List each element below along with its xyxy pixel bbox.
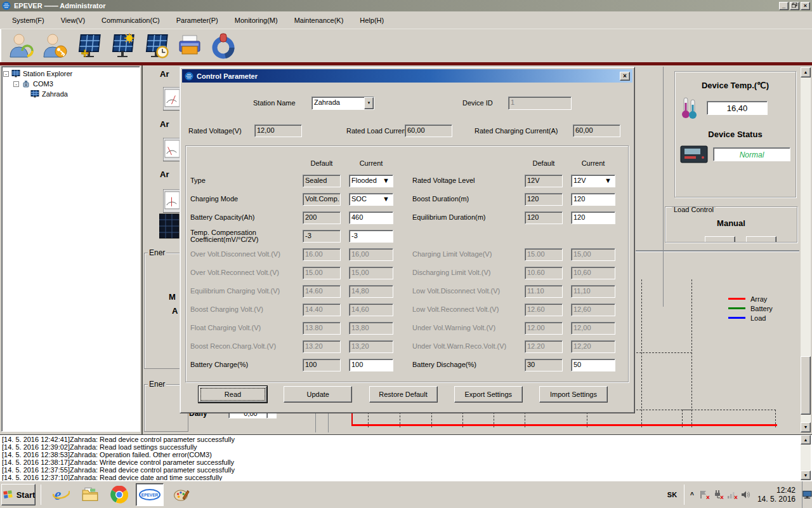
param-row: Battery Capacity(Ah) 200 460 [190,208,401,227]
chevron-down-icon[interactable]: ▼ [364,97,374,109]
main-scrollbar[interactable]: ▲ ▼ [801,67,811,432]
import-settings-button[interactable]: Import Settings [539,386,608,403]
chevron-down-icon[interactable]: ▼ [383,176,392,186]
params-right-column: Default Current Rated Voltage Level 12V … [412,155,623,374]
user-key-icon[interactable] [41,32,69,59]
panel-edge [315,412,316,432]
show-desktop-button[interactable] [802,481,812,508]
collapse-icon[interactable]: - [13,81,19,87]
export-settings-button[interactable]: Export Settings [454,386,523,403]
param-default-value: 13.80 [303,322,341,335]
log-line: [14. 5. 2016 12:38:17]Zahrada: Write dev… [2,458,810,466]
hidden-icons-chevron-icon[interactable]: ^ [690,491,694,498]
params-left-column: Default Current Type Sealed Flooded ▼ Ch… [190,155,401,374]
log-scrollbar[interactable]: ▲ ▼ [801,435,811,481]
station-clock-icon[interactable] [142,32,170,59]
tree-item-com3[interactable]: - COM3 [3,79,138,89]
param-label: Battery Capacity(Ah) [190,214,303,221]
param-current-input[interactable]: 460 [349,211,393,224]
dialog-titlebar: Control Parameter × [182,69,632,83]
param-current-input[interactable]: -3 [349,230,393,243]
user-switch-icon[interactable] [8,32,36,59]
controller-device-icon [680,145,708,163]
taskbar-divider [41,485,41,505]
param-label: Equilibrium Duration(m) [412,214,525,221]
scroll-up-icon[interactable]: ▲ [801,67,811,77]
param-row: Float Charging Volt.(V) 13.80 13,80 [190,319,401,337]
scrollbar-thumb[interactable] [801,356,811,415]
param-label: Temp. Compensation Coefficient(mV/°C/2V) [190,229,303,243]
svg-text:+: + [81,46,89,59]
station-name-select[interactable]: Zahrada ▼ [311,97,374,110]
param-current-select[interactable]: 12V ▼ [571,175,615,187]
gauge-icon [163,87,180,112]
load-off-button[interactable] [746,236,776,243]
param-current-input: 15,00 [571,248,615,261]
chevron-down-icon[interactable]: ▼ [605,176,614,186]
power-plug-icon[interactable]: × [712,490,723,500]
tree-item-station[interactable]: Zahrada [3,89,138,99]
power-icon[interactable] [209,32,237,59]
load-control-mode: Manual [665,218,797,228]
speaker-icon[interactable] [740,490,750,500]
tray-clock[interactable]: 12:42 14. 5. 2016 [757,486,796,504]
param-label: Equilibrium Charging Volt.(V) [190,288,303,295]
close-button[interactable]: × [801,2,810,10]
printer-icon[interactable] [176,32,204,59]
param-current-select[interactable]: Flooded ▼ [349,175,393,187]
dialog-close-button[interactable]: × [620,72,630,81]
collapse-icon[interactable]: - [3,71,9,77]
legend-item: Array [728,295,773,302]
param-current-input[interactable]: 120 [571,211,615,224]
restore-button[interactable] [790,2,799,10]
station-explorer-tree: - Station Explorer - COM3 Zahrada [1,66,140,432]
legend-item: Load [728,314,773,321]
menu-item-monitoringm[interactable]: Monitoring(M) [226,15,286,26]
epever-taskbar-button[interactable]: EPEVER [136,483,164,506]
read-button[interactable]: Read [199,386,267,403]
legend-color-line [728,317,745,319]
chart-legend: Array Battery Load [728,295,773,321]
start-button[interactable]: Start [1,484,36,505]
chrome-icon[interactable] [110,486,128,504]
tree-com-label: COM3 [33,80,53,88]
rated-charging-current-value: 60,00 [573,124,620,137]
com-port-icon [22,80,30,88]
station-sun-icon[interactable] [108,32,136,59]
station-add-icon[interactable]: + [75,32,103,59]
tray-date: 14. 5. 2016 [757,495,796,504]
scroll-up-icon[interactable]: ▲ [801,435,811,444]
scroll-down-icon[interactable]: ▼ [801,422,811,432]
param-row: Under Vol.Warning Volt.(V) 12.00 12,00 [412,319,623,337]
chevron-down-icon[interactable]: ▼ [383,194,392,204]
menu-item-parameterp[interactable]: Parameter(P) [168,15,226,26]
internet-explorer-icon[interactable]: e [52,486,70,504]
menu-item-communicationc[interactable]: Communication(C) [93,15,168,26]
file-explorer-icon[interactable] [81,486,99,504]
parameters-groupbox: Default Current Type Sealed Flooded ▼ Ch… [185,145,629,382]
param-current-select[interactable]: SOC ▼ [349,193,393,206]
param-current-input[interactable]: 100 [349,359,393,371]
restore-default-button[interactable]: Restore Default [369,386,438,403]
device-id-field: 1 [508,97,572,110]
scroll-down-icon[interactable]: ▼ [801,471,811,480]
update-button[interactable]: Update [284,386,352,403]
paint-taskbar-button[interactable] [167,483,195,506]
tree-item-root[interactable]: - Station Explorer [3,69,138,79]
menu-item-viewv[interactable]: View(V) [53,15,93,26]
network-signal-icon[interactable]: × [726,490,737,500]
load-on-button[interactable] [705,236,735,243]
menu-item-systemf[interactable]: System(F) [4,15,53,26]
minimize-button[interactable]: _ [779,2,789,10]
rated-voltage-label: Rated Voltage(V) [188,127,242,135]
tree-station-label: Zahrada [42,90,68,98]
param-current-input[interactable]: 50 [571,359,615,371]
menu-item-helph[interactable]: Help(H) [351,15,392,26]
menu-item-maintenancek[interactable]: Maintenance(K) [286,15,352,26]
legend-item: Battery [728,305,773,312]
language-indicator[interactable]: SK [667,491,677,498]
alert-flag-icon[interactable]: × [698,490,709,500]
param-row: Boost Duration(m) 120 120 [412,190,623,208]
param-current-input[interactable]: 120 [571,193,615,206]
window-title: EPEVER —— Administrator [14,2,778,10]
